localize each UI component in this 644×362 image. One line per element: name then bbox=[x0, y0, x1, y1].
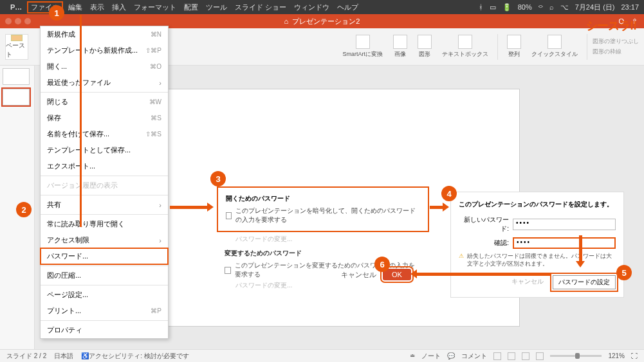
home-icon[interactable]: ⌂ bbox=[284, 17, 289, 25]
paste-label: ペースト bbox=[6, 41, 28, 59]
file-open[interactable]: 開く...⌘O bbox=[41, 59, 168, 75]
step-badge-6: 6 bbox=[374, 257, 390, 272]
shape-icon bbox=[418, 35, 432, 49]
cancel-button[interactable]: キャンセル bbox=[341, 270, 376, 280]
fit-window-icon[interactable]: ⛶ bbox=[631, 352, 638, 359]
view-normal-icon[interactable] bbox=[493, 352, 501, 360]
notes-button[interactable]: ノート bbox=[421, 352, 441, 361]
battery-pct: 80% bbox=[518, 3, 532, 11]
zoom-value[interactable]: 121% bbox=[608, 352, 625, 359]
file-print[interactable]: プリント...⌘P bbox=[41, 303, 168, 319]
statusbar: スライド 2 / 2 日本語 ♿ アクセシビリティ: 検討が必要です ≐ノート … bbox=[0, 349, 644, 362]
confirm-pw-label: 確認: bbox=[459, 239, 509, 248]
file-properties[interactable]: プロパティ bbox=[41, 322, 168, 338]
paste-button[interactable]: ペースト bbox=[5, 34, 28, 60]
textbox-label: テキストボックス bbox=[442, 50, 488, 59]
file-share[interactable]: 共有› bbox=[41, 197, 168, 213]
set-pw-cancel-button[interactable]: キャンセル bbox=[508, 275, 547, 289]
file-compress-pic[interactable]: 図の圧縮... bbox=[41, 267, 168, 284]
comments-icon[interactable]: 💬 bbox=[447, 352, 455, 359]
annotation-line bbox=[80, 15, 82, 227]
menubar-time[interactable]: 23:17 bbox=[621, 3, 639, 11]
lang-indicator[interactable]: 日本語 bbox=[54, 352, 73, 361]
menu-slideshow[interactable]: スライド ショー bbox=[235, 3, 286, 12]
search-icon[interactable]: ⌕ bbox=[549, 3, 554, 11]
smartart-group[interactable]: SmartArtに変換 bbox=[338, 35, 387, 59]
arrow-2-3 bbox=[170, 206, 208, 209]
open-pw-title: 開くためのパスワード bbox=[226, 194, 420, 203]
view-sorter-icon[interactable] bbox=[508, 352, 515, 360]
quickstyle-label: クイックスタイル bbox=[531, 50, 578, 59]
quickstyle-icon bbox=[547, 35, 562, 49]
file-close[interactable]: 閉じる⌘W bbox=[41, 94, 168, 110]
doc-title: プレゼンテーション2 bbox=[292, 17, 360, 26]
open-pw-label: このプレゼンテーションを暗号化して、開くためのパスワードの入力を要求する bbox=[235, 206, 420, 224]
file-readonly[interactable]: 常に読み取り専用で開く bbox=[41, 216, 168, 232]
shape-label: 図形 bbox=[419, 50, 430, 59]
file-recent[interactable]: 最近使ったファイル› bbox=[41, 75, 168, 91]
pw-change-dim: パスワードの変更... bbox=[235, 235, 421, 244]
battery-icon[interactable]: 🔋 bbox=[502, 3, 511, 12]
file-save[interactable]: 保存⌘S bbox=[41, 110, 168, 126]
view-reading-icon[interactable] bbox=[522, 352, 529, 360]
file-password[interactable]: パスワード... bbox=[41, 248, 168, 264]
control-center-icon[interactable]: ⌥ bbox=[560, 3, 569, 12]
menu-format[interactable]: フォーマット bbox=[134, 3, 176, 12]
file-access[interactable]: アクセス制限› bbox=[41, 232, 168, 248]
picture-group[interactable]: 画像 bbox=[389, 35, 411, 59]
shape-group[interactable]: 図形 bbox=[414, 35, 436, 59]
step-badge-3: 3 bbox=[210, 171, 226, 186]
menu-tool[interactable]: ツール bbox=[206, 3, 227, 12]
wifi-icon[interactable]: ⌔ bbox=[538, 3, 543, 11]
arrow-5-6 bbox=[416, 273, 551, 276]
confirm-pw-field[interactable]: •••• bbox=[513, 237, 616, 249]
menu-window[interactable]: ウィンドウ bbox=[294, 3, 329, 12]
set-password-dialog: このプレゼンテーションのパスワードを設定します。 新しいパスワード:•••• 確… bbox=[450, 192, 624, 298]
bluetooth-icon[interactable]: ᚼ bbox=[479, 3, 483, 11]
picture-label: 画像 bbox=[394, 50, 406, 59]
modify-password-panel: パスワードの変更... 変更するためのパスワード このプレゼンテーションを変更す… bbox=[217, 226, 429, 296]
menu-help[interactable]: ヘルプ bbox=[337, 3, 358, 12]
warning-icon: ⚠ bbox=[459, 253, 464, 267]
app-name[interactable]: P… bbox=[10, 3, 22, 11]
window-controls[interactable] bbox=[5, 18, 31, 24]
ok-button[interactable]: OK bbox=[383, 269, 411, 280]
file-page-setup[interactable]: ページ設定... bbox=[41, 287, 168, 303]
open-password-panel: 開くためのパスワード このプレゼンテーションを暗号化して、開くためのパスワードの… bbox=[217, 186, 429, 232]
new-pw-field[interactable]: •••• bbox=[513, 219, 616, 230]
align-group[interactable]: 整列 bbox=[503, 35, 525, 59]
menubar-date[interactable]: 7月24日 (日) bbox=[575, 3, 615, 12]
slide-thumb-1[interactable]: 1 bbox=[3, 68, 30, 85]
smartart-label: SmartArtに変換 bbox=[342, 50, 383, 59]
zoom-slider[interactable] bbox=[550, 355, 602, 357]
modify-pw-title: 変更するためのパスワード bbox=[225, 249, 421, 258]
file-save-template[interactable]: テンプレートとして保存... bbox=[41, 142, 168, 158]
textbox-group[interactable]: テキストボックス bbox=[438, 35, 492, 59]
modify-pw-checkbox[interactable] bbox=[225, 267, 231, 274]
menu-view[interactable]: 表示 bbox=[90, 3, 104, 12]
menu-arrange[interactable]: 配置 bbox=[184, 3, 198, 12]
smartart-icon bbox=[356, 35, 370, 49]
slide-position: スライド 2 / 2 bbox=[6, 352, 46, 361]
step-badge-5: 5 bbox=[616, 265, 632, 280]
align-label: 整列 bbox=[508, 50, 520, 59]
screen-icon[interactable]: ▭ bbox=[490, 3, 496, 12]
file-new-template[interactable]: テンプレートから新規作成...⇧⌘P bbox=[41, 42, 168, 59]
open-pw-checkbox[interactable] bbox=[226, 212, 232, 219]
set-password-button[interactable]: パスワードの設定 bbox=[553, 275, 616, 289]
view-slideshow-icon[interactable] bbox=[536, 352, 544, 360]
accessibility-status[interactable]: アクセシビリティ: 検討が必要です bbox=[89, 352, 189, 361]
menu-insert[interactable]: 挿入 bbox=[112, 3, 126, 12]
file-saveas[interactable]: 名前を付けて保存...⇧⌘S bbox=[41, 126, 168, 142]
accessibility-icon[interactable]: ♿ bbox=[81, 352, 89, 359]
file-new[interactable]: 新規作成⌘N bbox=[41, 26, 168, 42]
slide-thumb-2[interactable]: 2 bbox=[3, 89, 30, 105]
menu-edit[interactable]: 編集 bbox=[68, 3, 82, 12]
comments-button[interactable]: コメント bbox=[461, 352, 487, 361]
mac-menubar: P… ファイル 編集 表示 挿入 フォーマット 配置 ツール スライド ショー … bbox=[0, 0, 644, 14]
quickstyle-group[interactable]: クイックスタイル bbox=[528, 35, 582, 59]
notes-icon[interactable]: ≐ bbox=[410, 352, 415, 359]
shape-outline-button[interactable]: 図形の枠線 bbox=[593, 48, 639, 56]
shape-fill-button[interactable]: 図形の塗りつぶし bbox=[593, 37, 639, 46]
file-export[interactable]: エクスポート... bbox=[41, 158, 168, 174]
